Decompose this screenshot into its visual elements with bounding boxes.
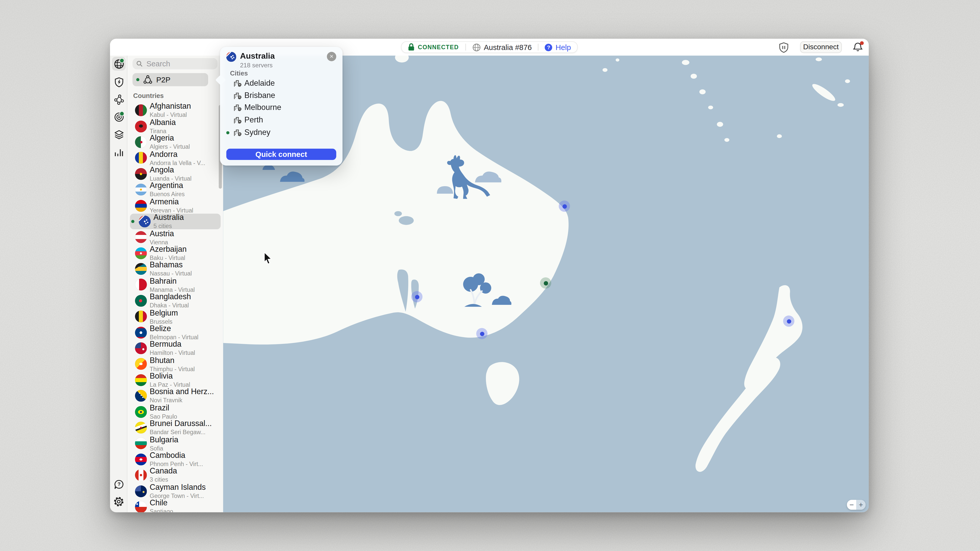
rail-threat-protection-button[interactable] [112, 75, 126, 89]
p2p-icon [143, 75, 153, 84]
quick-connect-button[interactable]: Quick connect [226, 149, 336, 160]
country-flag [135, 136, 147, 148]
country-name: Armenia [150, 198, 193, 206]
country-subtitle: Vienna [150, 239, 174, 245]
search-input[interactable] [145, 59, 214, 68]
country-row[interactable]: Bulgaria Sofia [127, 435, 223, 451]
country-row[interactable]: Australia 5 cities [130, 213, 221, 229]
city-name: Adelaide [245, 79, 275, 87]
country-subtitle: Phnom Penh - Virt... [150, 461, 203, 467]
city-row[interactable]: Perth [220, 114, 342, 126]
rail-dedicated-ip-button[interactable] [112, 110, 126, 124]
city-name: Perth [245, 116, 263, 124]
country-subtitle: Hamilton - Virtual [150, 350, 195, 356]
connected-dot [136, 78, 139, 81]
country-row[interactable]: Angola Luanda - Virtual [127, 166, 223, 182]
country-row[interactable]: Bolivia La Paz - Virtual [127, 372, 223, 388]
lock-icon [408, 43, 415, 51]
country-subtitle: Brussels [150, 318, 178, 324]
country-flag [135, 200, 147, 212]
country-flag [139, 216, 151, 227]
rail-settings-button[interactable] [112, 495, 126, 509]
country-name: Argentina [150, 182, 185, 190]
country-row[interactable]: Azerbaijan Baku - Virtual [127, 245, 223, 261]
country-name: Angola [150, 166, 192, 174]
country-row[interactable]: Cambodia Phnom Penh - Virt... [127, 451, 223, 467]
pause-vpn-shield-icon[interactable] [778, 42, 789, 53]
city-row[interactable]: Sydney [220, 126, 342, 138]
gear-icon [113, 496, 124, 507]
notifications-bell[interactable] [853, 41, 863, 52]
country-row[interactable]: Cayman Islands George Town - Virt... [127, 483, 223, 499]
country-row[interactable]: Bhutan Thimphu - Virtual [127, 356, 223, 372]
server-label: Australia #876 [484, 43, 532, 52]
help-button[interactable]: ? Help [545, 43, 571, 52]
country-row[interactable]: Argentina Buenos Aires [127, 182, 223, 198]
country-subtitle: Algiers - Virtual [150, 144, 190, 150]
zoom-out-button[interactable]: − [847, 500, 856, 510]
country-row[interactable]: Bangladesh Dhaka - Virtual [127, 293, 223, 309]
divider [538, 44, 538, 51]
connected-dot [226, 131, 229, 134]
search-field[interactable] [132, 58, 218, 69]
country-flag [135, 295, 147, 307]
country-row[interactable]: Bahamas Nassau - Virtual [127, 261, 223, 277]
country-row[interactable]: Algeria Algiers - Virtual [127, 134, 223, 150]
sidebar: P2P Countries Afghanistan Kabul - Virtua… [127, 56, 223, 512]
close-icon[interactable]: ✕ [327, 52, 336, 61]
connected-badge [119, 111, 124, 116]
australia-flag [226, 52, 236, 62]
country-subtitle: Novi Travnik [150, 398, 214, 403]
country-row[interactable]: Albania Tirana [127, 118, 223, 134]
cities-header: Cities [230, 69, 248, 77]
country-row[interactable]: Afghanistan Kabul - Virtual [127, 103, 223, 118]
disconnect-button[interactable]: Disconnect [800, 41, 842, 53]
sidebar-item-p2p[interactable]: P2P [132, 73, 208, 86]
rail-support-button[interactable]: ? [112, 477, 126, 491]
city-row[interactable]: Brisbane [220, 89, 342, 102]
country-name: Chile [150, 499, 173, 507]
city-row[interactable]: Melbourne [220, 102, 342, 114]
country-name: Belgium [150, 309, 178, 317]
country-row[interactable]: Austria Vienna [127, 229, 223, 245]
country-row[interactable]: Brazil Sao Paulo [127, 404, 223, 420]
country-row[interactable]: Canada 3 cities [127, 467, 223, 483]
country-row[interactable]: Bosnia and Herz... Novi Travnik [127, 388, 223, 404]
country-row[interactable]: Chile Santiago [127, 499, 223, 512]
search-icon [136, 60, 143, 67]
country-flag [135, 152, 147, 164]
shield-lightning-icon [113, 76, 124, 87]
country-name: Bolivia [150, 372, 190, 380]
country-subtitle: Yerevan - Virtual [150, 207, 193, 213]
country-row[interactable]: Brunei Darussal... Bandar Seri Begaw... [127, 420, 223, 435]
country-flag [135, 263, 147, 275]
country-row[interactable]: Belize Belmopan - Virtual [127, 324, 223, 340]
country-row[interactable]: Belgium Brussels [127, 309, 223, 324]
country-subtitle: Baku - Virtual [150, 255, 187, 261]
rail-map-globe-button[interactable] [112, 57, 126, 71]
country-flag [135, 342, 147, 354]
country-row[interactable]: Bahrain Manama - Virtual [127, 277, 223, 293]
country-name: Belize [150, 325, 199, 333]
country-flag [135, 121, 147, 132]
rail-speed-stats-button[interactable] [112, 145, 126, 159]
connection-status-pill: CONNECTED Australia #876 ? Help [401, 41, 578, 53]
country-flag [135, 184, 147, 196]
country-row[interactable]: Armenia Yerevan - Virtual [127, 198, 223, 213]
city-row[interactable]: Adelaide [220, 77, 342, 89]
rail-meshnet-button[interactable] [112, 92, 126, 106]
rail-specialty-servers-button[interactable] [112, 127, 126, 141]
country-name: Austria [150, 230, 174, 238]
country-subtitle: Manama - Virtual [150, 286, 195, 292]
country-name: Bhutan [150, 357, 195, 365]
help-label: Help [555, 43, 571, 52]
country-row[interactable]: Andorra Andorra la Vella - V... [127, 150, 223, 166]
country-popup: Australia 218 servers ✕ Cities [220, 47, 342, 165]
country-name: Bahamas [150, 262, 192, 269]
country-name: Brazil [150, 404, 177, 412]
country-row[interactable]: Bermuda Hamilton - Virtual [127, 340, 223, 356]
help-icon: ? [545, 43, 552, 51]
country-list: Afghanistan Kabul - Virtual Albania Tira… [127, 103, 223, 513]
map-zoom-control: − + [847, 500, 865, 510]
city-list: Adelaide Bris [220, 77, 342, 138]
